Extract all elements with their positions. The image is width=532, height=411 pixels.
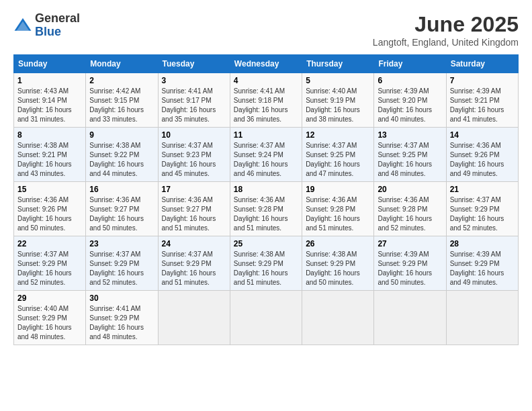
day-info: Sunrise: 4:39 AMSunset: 9:20 PMDaylight:…: [378, 87, 432, 123]
month-title: June 2025: [373, 12, 519, 37]
calendar-cell: 17Sunrise: 4:36 AMSunset: 9:27 PMDayligh…: [158, 182, 230, 236]
calendar-cell: 30Sunrise: 4:41 AMSunset: 9:29 PMDayligh…: [86, 291, 158, 345]
calendar-cell: 5Sunrise: 4:40 AMSunset: 9:19 PMDaylight…: [302, 73, 374, 128]
calendar-week-3: 15Sunrise: 4:36 AMSunset: 9:26 PMDayligh…: [14, 182, 519, 236]
calendar-cell: 7Sunrise: 4:39 AMSunset: 9:21 PMDaylight…: [446, 73, 518, 128]
weekday-header-row: SundayMondayTuesdayWednesdayThursdayFrid…: [14, 55, 519, 73]
calendar-cell: 23Sunrise: 4:37 AMSunset: 9:29 PMDayligh…: [86, 236, 158, 291]
day-number: 8: [17, 130, 82, 140]
day-number: 10: [162, 130, 226, 140]
calendar-cell: 20Sunrise: 4:36 AMSunset: 9:28 PMDayligh…: [374, 182, 446, 236]
day-number: 6: [378, 76, 442, 85]
day-number: 21: [450, 185, 515, 194]
calendar-cell: 11Sunrise: 4:37 AMSunset: 9:24 PMDayligh…: [230, 128, 302, 182]
day-info: Sunrise: 4:40 AMSunset: 9:19 PMDaylight:…: [306, 87, 360, 123]
weekday-header-wednesday: Wednesday: [230, 55, 302, 73]
day-number: 29: [17, 293, 82, 303]
logo-general: General: [35, 12, 80, 26]
day-info: Sunrise: 4:39 AMSunset: 9:29 PMDaylight:…: [378, 250, 432, 286]
day-info: Sunrise: 4:41 AMSunset: 9:17 PMDaylight:…: [162, 87, 216, 123]
logo-text: General Blue: [35, 12, 80, 39]
day-info: Sunrise: 4:38 AMSunset: 9:21 PMDaylight:…: [17, 142, 72, 177]
calendar-cell: 8Sunrise: 4:38 AMSunset: 9:21 PMDaylight…: [14, 128, 86, 182]
page: General Blue June 2025 Langtoft, England…: [0, 0, 532, 411]
weekday-header-sunday: Sunday: [14, 55, 86, 73]
header: General Blue June 2025 Langtoft, England…: [13, 12, 519, 48]
calendar-cell: [446, 291, 518, 345]
day-info: Sunrise: 4:36 AMSunset: 9:28 PMDaylight:…: [378, 196, 432, 232]
day-info: Sunrise: 4:39 AMSunset: 9:21 PMDaylight:…: [450, 87, 504, 123]
day-number: 18: [234, 185, 298, 194]
day-info: Sunrise: 4:36 AMSunset: 9:26 PMDaylight:…: [17, 196, 72, 232]
calendar-table: SundayMondayTuesdayWednesdayThursdayFrid…: [13, 54, 519, 345]
day-number: 12: [306, 130, 370, 140]
calendar-cell: 19Sunrise: 4:36 AMSunset: 9:28 PMDayligh…: [302, 182, 374, 236]
calendar-cell: 12Sunrise: 4:37 AMSunset: 9:25 PMDayligh…: [302, 128, 374, 182]
calendar-cell: 15Sunrise: 4:36 AMSunset: 9:26 PMDayligh…: [14, 182, 86, 236]
day-number: 27: [378, 239, 442, 248]
day-info: Sunrise: 4:38 AMSunset: 9:22 PMDaylight:…: [89, 142, 144, 177]
day-number: 1: [17, 76, 82, 85]
day-number: 3: [162, 76, 226, 85]
calendar-cell: 18Sunrise: 4:36 AMSunset: 9:28 PMDayligh…: [230, 182, 302, 236]
day-info: Sunrise: 4:38 AMSunset: 9:29 PMDaylight:…: [234, 250, 288, 286]
day-number: 13: [378, 130, 442, 140]
day-info: Sunrise: 4:37 AMSunset: 9:23 PMDaylight:…: [162, 142, 216, 177]
logo-blue: Blue: [35, 26, 80, 39]
day-info: Sunrise: 4:42 AMSunset: 9:15 PMDaylight:…: [89, 87, 144, 123]
calendar-week-5: 29Sunrise: 4:40 AMSunset: 9:29 PMDayligh…: [14, 291, 519, 345]
calendar-cell: 29Sunrise: 4:40 AMSunset: 9:29 PMDayligh…: [14, 291, 86, 345]
calendar-cell: 16Sunrise: 4:36 AMSunset: 9:27 PMDayligh…: [86, 182, 158, 236]
day-info: Sunrise: 4:37 AMSunset: 9:25 PMDaylight:…: [378, 142, 432, 177]
day-info: Sunrise: 4:41 AMSunset: 9:29 PMDaylight:…: [89, 305, 144, 340]
day-info: Sunrise: 4:37 AMSunset: 9:29 PMDaylight:…: [450, 196, 504, 232]
calendar-week-4: 22Sunrise: 4:37 AMSunset: 9:29 PMDayligh…: [14, 236, 519, 291]
day-info: Sunrise: 4:37 AMSunset: 9:29 PMDaylight:…: [17, 250, 72, 286]
day-number: 22: [17, 239, 82, 248]
weekday-header-monday: Monday: [86, 55, 158, 73]
calendar-cell: 10Sunrise: 4:37 AMSunset: 9:23 PMDayligh…: [158, 128, 230, 182]
calendar-cell: 2Sunrise: 4:42 AMSunset: 9:15 PMDaylight…: [86, 73, 158, 128]
weekday-header-thursday: Thursday: [302, 55, 374, 73]
day-number: 11: [234, 130, 298, 140]
day-info: Sunrise: 4:36 AMSunset: 9:27 PMDaylight:…: [89, 196, 144, 232]
calendar-cell: [302, 291, 374, 345]
day-number: 4: [234, 76, 298, 85]
day-info: Sunrise: 4:38 AMSunset: 9:29 PMDaylight:…: [306, 250, 360, 286]
day-number: 20: [378, 185, 442, 194]
calendar-cell: 4Sunrise: 4:41 AMSunset: 9:18 PMDaylight…: [230, 73, 302, 128]
calendar-cell: 14Sunrise: 4:36 AMSunset: 9:26 PMDayligh…: [446, 128, 518, 182]
calendar-cell: 13Sunrise: 4:37 AMSunset: 9:25 PMDayligh…: [374, 128, 446, 182]
calendar-cell: [374, 291, 446, 345]
calendar-cell: 6Sunrise: 4:39 AMSunset: 9:20 PMDaylight…: [374, 73, 446, 128]
day-number: 16: [89, 185, 154, 194]
day-info: Sunrise: 4:37 AMSunset: 9:24 PMDaylight:…: [234, 142, 288, 177]
day-info: Sunrise: 4:41 AMSunset: 9:18 PMDaylight:…: [234, 87, 288, 123]
day-number: 26: [306, 239, 370, 248]
calendar-week-1: 1Sunrise: 4:43 AMSunset: 9:14 PMDaylight…: [14, 73, 519, 128]
calendar-cell: 28Sunrise: 4:39 AMSunset: 9:29 PMDayligh…: [446, 236, 518, 291]
day-info: Sunrise: 4:36 AMSunset: 9:28 PMDaylight:…: [234, 196, 288, 232]
logo-icon: [13, 16, 32, 35]
calendar-cell: 22Sunrise: 4:37 AMSunset: 9:29 PMDayligh…: [14, 236, 86, 291]
calendar-cell: 27Sunrise: 4:39 AMSunset: 9:29 PMDayligh…: [374, 236, 446, 291]
calendar-cell: 9Sunrise: 4:38 AMSunset: 9:22 PMDaylight…: [86, 128, 158, 182]
day-info: Sunrise: 4:39 AMSunset: 9:29 PMDaylight:…: [450, 250, 504, 286]
day-number: 15: [17, 185, 82, 194]
day-info: Sunrise: 4:36 AMSunset: 9:27 PMDaylight:…: [162, 196, 216, 232]
day-info: Sunrise: 4:37 AMSunset: 9:29 PMDaylight:…: [89, 250, 144, 286]
day-number: 23: [89, 239, 154, 248]
day-number: 30: [89, 293, 154, 303]
weekday-header-friday: Friday: [374, 55, 446, 73]
calendar-cell: 24Sunrise: 4:37 AMSunset: 9:29 PMDayligh…: [158, 236, 230, 291]
day-info: Sunrise: 4:43 AMSunset: 9:14 PMDaylight:…: [17, 87, 72, 123]
day-info: Sunrise: 4:36 AMSunset: 9:28 PMDaylight:…: [306, 196, 360, 232]
logo: General Blue: [13, 12, 80, 39]
day-number: 28: [450, 239, 515, 248]
day-info: Sunrise: 4:37 AMSunset: 9:29 PMDaylight:…: [162, 250, 216, 286]
calendar-cell: [158, 291, 230, 345]
day-number: 14: [450, 130, 515, 140]
calendar-cell: 3Sunrise: 4:41 AMSunset: 9:17 PMDaylight…: [158, 73, 230, 128]
day-number: 17: [162, 185, 226, 194]
weekday-header-saturday: Saturday: [446, 55, 518, 73]
